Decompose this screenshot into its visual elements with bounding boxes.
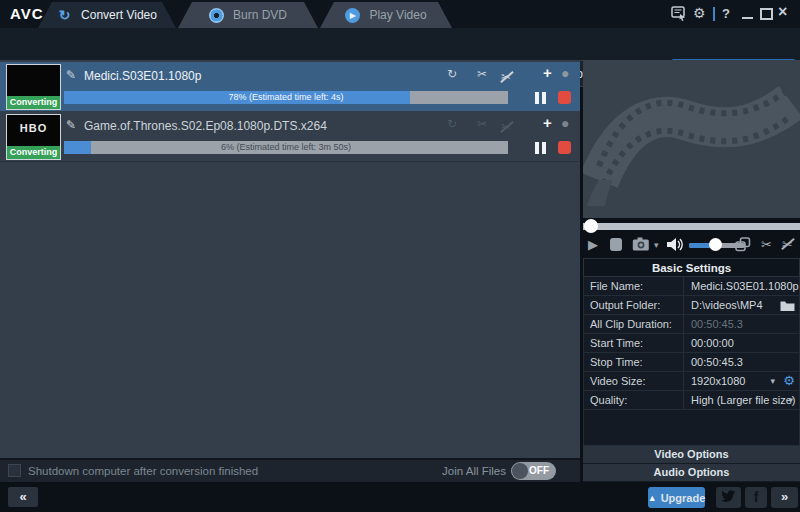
setting-label: Output Folder: xyxy=(584,296,684,314)
tab-burn-dvd[interactable]: Burn DVD xyxy=(178,2,318,28)
minimize-button[interactable] xyxy=(742,17,753,19)
stop-button[interactable] xyxy=(558,91,571,104)
video-size-caret-icon[interactable]: ▾ xyxy=(770,372,775,390)
avc-logo: AVC xyxy=(10,5,44,22)
setting-label: Quality: xyxy=(584,391,684,409)
setting-label: Stop Time: xyxy=(584,353,684,371)
setting-row-stop-time: Stop Time: 00:50:45.3 xyxy=(583,353,800,372)
settings-empty-area xyxy=(583,410,800,446)
volume-handle[interactable] xyxy=(709,238,722,251)
status-bar: Shutdown computer after conversion finis… xyxy=(0,458,580,482)
open-folder-icon[interactable] xyxy=(780,298,795,316)
reconvert-icon[interactable]: ↻ xyxy=(447,67,457,81)
upgrade-arrow-icon: ▲ xyxy=(648,493,657,503)
maximize-button[interactable] xyxy=(760,8,773,20)
twitter-button[interactable] xyxy=(716,487,741,508)
duplicate-icon[interactable] xyxy=(735,237,751,256)
setting-row-duration: All Clip Duration: 00:50:45.3 xyxy=(583,315,800,334)
remove-clip-icon[interactable]: ✂ xyxy=(501,70,511,84)
upgrade-button[interactable]: ▲ Upgrade xyxy=(648,487,705,508)
stop-time-value[interactable]: 00:50:45.3 xyxy=(691,353,743,371)
feedback-icon[interactable] xyxy=(671,6,687,25)
collapse-panel-button[interactable]: « xyxy=(8,487,38,507)
progress-bar: 78% (Estimated time left: 4s) xyxy=(64,91,508,104)
clip-scissors-icon[interactable]: ✂ xyxy=(761,237,772,252)
setting-label: All Clip Duration: xyxy=(584,315,684,333)
pause-button[interactable] xyxy=(535,92,546,104)
stop-playback-button[interactable] xyxy=(610,238,622,251)
stop-button[interactable] xyxy=(558,141,571,154)
rename-pencil-icon[interactable]: ✎ xyxy=(66,118,76,132)
settings-gear-icon[interactable]: ⚙ xyxy=(693,5,706,21)
convert-video-icon: ↻ xyxy=(57,8,72,23)
pause-button[interactable] xyxy=(535,142,546,154)
setting-row-quality: Quality: High (Larger file size) ▾ xyxy=(583,391,800,410)
file-list: Converting ✎ Medici.S03E01.1080p ↻ ✂ ✂ +… xyxy=(0,60,580,458)
progress-text: 6% (Estimated time left: 3m 50s) xyxy=(64,141,508,154)
quality-value[interactable]: High (Larger file size) xyxy=(691,391,796,409)
clip-scissors-icon[interactable]: ✂ xyxy=(477,67,487,81)
shutdown-label: Shutdown computer after conversion finis… xyxy=(28,460,258,482)
file-title: Game.of.Thrones.S02.Ep08.1080p.DTS.x264 xyxy=(84,119,327,133)
progress-text: 78% (Estimated time left: 4s) xyxy=(64,91,508,104)
upgrade-label: Upgrade xyxy=(661,492,706,504)
more-share-button[interactable]: » xyxy=(771,487,798,508)
filmstrip-placeholder-graphic xyxy=(583,60,800,218)
titlebar-separator xyxy=(713,7,715,21)
any-video-converter-window: AVC ↻ Convert Video Burn DVD ▶ Play Vide… xyxy=(0,0,800,512)
setting-label: Start Time: xyxy=(584,334,684,352)
video-thumbnail[interactable]: Converting xyxy=(6,64,61,110)
tab-convert-video[interactable]: ↻ Convert Video xyxy=(38,2,176,28)
play-video-icon: ▶ xyxy=(345,8,360,23)
player-controls: ▶ ▾ ✂ ✂ xyxy=(583,234,800,256)
twitter-bird-icon xyxy=(721,490,736,503)
toolbar: + Add CD Disc ▾ + Add Video(s) + Add URL… xyxy=(0,28,800,62)
status-badge: Converting xyxy=(7,96,60,109)
basic-settings-table: File Name: Medici.S03E01.1080p Output Fo… xyxy=(583,277,800,410)
quality-caret-icon[interactable]: ▾ xyxy=(788,391,793,409)
burn-dvd-icon xyxy=(209,8,224,23)
file-row-1[interactable]: Converting ✎ Medici.S03E01.1080p ↻ ✂ ✂ +… xyxy=(0,62,580,111)
seek-track[interactable] xyxy=(583,223,800,230)
join-all-files-label: Join All Files xyxy=(442,460,506,482)
shutdown-checkbox[interactable] xyxy=(8,464,21,477)
facebook-button[interactable]: f xyxy=(745,487,767,508)
output-folder-value[interactable]: D:\videos\MP4 xyxy=(691,296,763,314)
seek-bar[interactable] xyxy=(583,218,800,234)
basic-settings-header[interactable]: Basic Settings xyxy=(583,258,800,277)
add-effect-plus-icon[interactable]: + xyxy=(543,114,552,131)
remove-clip-icon[interactable]: ✂ xyxy=(501,120,511,134)
video-size-gear-icon[interactable]: ⚙ xyxy=(783,372,795,390)
snapshot-camera-icon[interactable] xyxy=(632,237,650,255)
join-all-files-toggle[interactable]: OFF xyxy=(511,462,556,480)
all-clip-duration-value: 00:50:45.3 xyxy=(691,315,743,333)
tab-play-video[interactable]: ▶ Play Video xyxy=(320,2,452,28)
title-bar: AVC ↻ Convert Video Burn DVD ▶ Play Vide… xyxy=(0,0,800,28)
audio-options-header[interactable]: Audio Options xyxy=(583,464,800,482)
rename-pencil-icon[interactable]: ✎ xyxy=(66,68,76,82)
video-options-header[interactable]: Video Options xyxy=(583,446,800,464)
setting-row-video-size: Video Size: 1920x1080 ▾ ⚙ xyxy=(583,372,800,391)
start-time-value[interactable]: 00:00:00 xyxy=(691,334,734,352)
file-name-value[interactable]: Medici.S03E01.1080p xyxy=(691,277,799,295)
setting-label: File Name: xyxy=(584,277,684,295)
close-button[interactable]: × xyxy=(778,3,787,21)
queue-state-icon[interactable]: ● xyxy=(561,115,569,131)
file-title: Medici.S03E01.1080p xyxy=(84,69,201,83)
tab-convert-video-label: Convert Video xyxy=(81,8,157,22)
seek-handle[interactable] xyxy=(584,219,598,233)
file-row-2[interactable]: HBO Converting ✎ Game.of.Thrones.S02.Ep0… xyxy=(0,112,580,162)
snapshot-caret-icon[interactable]: ▾ xyxy=(654,240,659,250)
clip-scissors-icon[interactable]: ✂ xyxy=(477,117,487,131)
video-size-value[interactable]: 1920x1080 xyxy=(691,372,745,390)
help-button[interactable]: ? xyxy=(722,6,730,21)
status-badge: Converting xyxy=(7,146,60,159)
video-thumbnail[interactable]: HBO Converting xyxy=(6,114,61,160)
remove-clip-icon[interactable]: ✂ xyxy=(782,237,793,252)
volume-speaker-icon[interactable] xyxy=(667,237,685,256)
play-button[interactable]: ▶ xyxy=(588,237,598,252)
queue-state-icon[interactable]: ● xyxy=(561,65,569,81)
add-effect-plus-icon[interactable]: + xyxy=(543,64,552,81)
reconvert-icon[interactable]: ↻ xyxy=(447,117,457,131)
tab-burn-dvd-label: Burn DVD xyxy=(233,8,287,22)
